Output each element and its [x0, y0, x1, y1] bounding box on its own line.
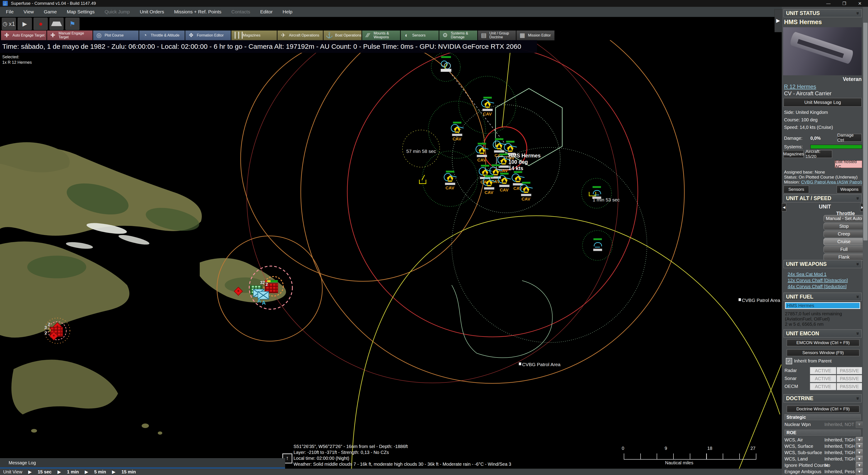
dropdown-button[interactable]: ▼ — [856, 469, 863, 475]
unit-message-log-button[interactable]: Unit Message Log — [783, 98, 862, 107]
fuel-unit-list[interactable]: HMS Hermes — [785, 302, 860, 309]
menu-item[interactable]: Help — [283, 9, 292, 14]
maximize-button[interactable]: ❐ — [842, 1, 846, 6]
collapse-chevron-icon[interactable]: » — [855, 332, 861, 335]
edit-hosted-ac-button[interactable]: Edit hosted AC — [835, 161, 862, 168]
close-button[interactable]: ✕ — [858, 1, 862, 6]
section-header-alt-speed[interactable]: UNIT ALT / SPEED » — [783, 194, 862, 202]
message-log-panel[interactable]: Message Log — [0, 458, 285, 469]
dropdown-button[interactable]: ▼ — [856, 421, 863, 428]
inherit-from-parent-checkbox[interactable]: ✓ — [786, 358, 792, 364]
map-viewport[interactable]: CAV CAV CAV CAV — [0, 40, 782, 475]
ribbon-button[interactable]: ▤ Unit / Group Doctrine — [478, 30, 516, 40]
title-bar: ⚓ Superfuse - Command v1.04 - Build 1147… — [0, 0, 868, 7]
time-step-arrow-icon[interactable]: ▶ — [112, 469, 115, 474]
throttle-button[interactable]: Creep — [824, 231, 864, 238]
fuel-unit-selected[interactable]: HMS Hermes — [785, 303, 860, 308]
time-step-label[interactable]: 5 min — [94, 469, 106, 474]
time-step-arrow-icon[interactable]: ▶ — [57, 469, 61, 474]
ribbon-button[interactable]: ◔ Throttle & Altitude — [139, 30, 185, 40]
ribbon-button[interactable]: ┃┃┃ Magazines — [231, 30, 277, 40]
throttle-button[interactable]: Full — [824, 246, 864, 253]
unit-sidebar: UNIT STATUS » HMS Hermes Veteran R 12 He… — [782, 7, 868, 475]
dropdown-button[interactable]: ▼ — [856, 443, 863, 450]
menu-item[interactable]: Missions + Ref. Points — [174, 9, 221, 14]
collapse-chevron-icon[interactable]: » — [855, 263, 861, 265]
view-mode-label[interactable]: Unit View — [3, 469, 22, 475]
collapse-chevron-icon[interactable]: » — [855, 397, 861, 400]
menu-item[interactable]: View — [24, 9, 34, 14]
menu-item[interactable]: Unit Orders — [140, 9, 164, 14]
ribbon-button[interactable]: ∕∕∕ Mounts & Weapons — [362, 30, 400, 40]
damage-ctrl-button[interactable]: Damage Ctrl — [837, 134, 862, 141]
weapon-link[interactable]: 12x Corvus Chaff [Distraction] — [788, 277, 848, 283]
menu-item[interactable]: Editor — [260, 9, 273, 14]
dropdown-button[interactable]: ▼ — [856, 456, 863, 462]
throttle-button[interactable]: Cruise — [824, 238, 864, 245]
ribbon-button[interactable]: ⚓ Boat Operations — [323, 30, 362, 40]
collapse-chevron-icon[interactable]: » — [855, 197, 861, 200]
section-header-unit-weapons[interactable]: UNIT WEAPONS » — [783, 260, 862, 268]
throttle-button[interactable]: Flank — [824, 253, 864, 261]
section-header-unit-status[interactable]: UNIT STATUS » — [783, 9, 862, 17]
section-header-unit-fuel[interactable]: UNIT FUEL » — [783, 293, 862, 301]
time-compression-button[interactable]: ◷ x1 — [2, 18, 16, 30]
menu-item[interactable]: Contacts — [231, 9, 250, 14]
ribbon-button[interactable]: ✚ Manual Engage Target — [47, 30, 93, 40]
dropdown-button[interactable]: ▼ — [856, 450, 863, 456]
emcon-passive-button[interactable]: PASSIVE — [837, 375, 862, 382]
bookmark-button[interactable]: ⚑ — [65, 18, 80, 30]
doctrine-row-value: Inherited, TIGHT — [825, 456, 855, 462]
time-step-arrow-icon[interactable]: ▶ — [85, 469, 88, 474]
minimize-button[interactable]: — — [826, 1, 831, 6]
mission-link[interactable]: CVBG Patrol Area (ASW Patrol) — [801, 180, 862, 184]
sensors-window-button[interactable]: Sensors Window (F9) — [787, 349, 859, 356]
dropdown-button[interactable]: ▼ — [856, 462, 863, 469]
play-button[interactable]: ▶ — [18, 18, 32, 30]
collapse-chevron-icon[interactable]: » — [855, 12, 861, 14]
sidebar-scrollbar-thumb[interactable] — [863, 23, 868, 240]
weapons-button[interactable]: Weapons — [837, 185, 862, 193]
ribbon-button[interactable]: ◐ Sensors — [401, 30, 439, 40]
throttle-button[interactable]: Manual - Set Auto — [824, 215, 864, 222]
ribbon-button[interactable]: ✚ Auto Engage Target — [1, 30, 46, 40]
record-button[interactable]: ● — [34, 18, 48, 30]
record-icon: ● — [39, 20, 43, 28]
throttle-button[interactable]: Stop — [824, 223, 864, 230]
weapon-link[interactable]: 24x Sea Cat Mod 1 — [788, 271, 848, 277]
ribbon-button[interactable]: ◎ Plot Course — [93, 30, 139, 40]
emcon-passive-button[interactable]: PASSIVE — [837, 383, 862, 390]
ribbon-button[interactable]: ✈ Aircraft Operations — [277, 30, 323, 40]
aircraft-button[interactable]: Aircraft: 15/20 — [805, 150, 832, 158]
menu-item[interactable]: Game — [44, 9, 57, 14]
magazines-button[interactable]: Magazines — [783, 150, 804, 158]
emcon-window-button[interactable]: EMCON Window (Ctrl + F9) — [787, 339, 859, 346]
ribbon-button-icon: ◎ — [95, 32, 103, 38]
section-header-unit-emcon[interactable]: UNIT EMCON » — [783, 329, 862, 338]
sidebar-scrollbar[interactable] — [863, 7, 868, 475]
emcon-active-button[interactable]: ACTIVE — [810, 383, 836, 390]
unit-class-link[interactable]: R 12 Hermes — [784, 83, 816, 90]
menu-item[interactable]: Map Settings — [67, 9, 95, 14]
emcon-passive-button[interactable]: PASSIVE — [837, 367, 862, 374]
ribbon-button[interactable]: ⚙ Systems & Damage — [439, 30, 477, 40]
ribbon-button[interactable]: ❖ Formation Editor — [185, 30, 231, 40]
ribbon-button[interactable]: ▦ Mission Editor — [517, 30, 555, 40]
time-step-label[interactable]: 1 min — [67, 469, 79, 474]
time-step-label[interactable]: 15 sec — [38, 469, 52, 474]
emcon-active-button[interactable]: ACTIVE — [810, 367, 836, 374]
menu-item[interactable]: Quick Jump — [105, 9, 130, 14]
sensors-button[interactable]: Sensors — [783, 185, 809, 193]
ribbon-button-icon: ◐ — [403, 32, 410, 38]
sidebar-collapse-button[interactable]: ▶ — [774, 9, 782, 32]
time-step-label[interactable]: 15 min — [121, 469, 136, 474]
section-header-doctrine[interactable]: DOCTRINE » — [783, 394, 862, 402]
time-step-arrow-icon[interactable]: ▶ — [28, 469, 32, 474]
menu-item[interactable]: File — [6, 9, 13, 14]
camera-button[interactable] — [50, 18, 64, 30]
weapon-link[interactable]: 44x Corvus Chaff [Seduction] — [788, 283, 848, 290]
emcon-active-button[interactable]: ACTIVE — [810, 375, 836, 382]
dropdown-button[interactable]: ▼ — [856, 437, 863, 443]
doctrine-window-button[interactable]: Doctrine Window (Ctrl + F9) — [787, 406, 859, 412]
collapse-chevron-icon[interactable]: » — [855, 295, 861, 298]
